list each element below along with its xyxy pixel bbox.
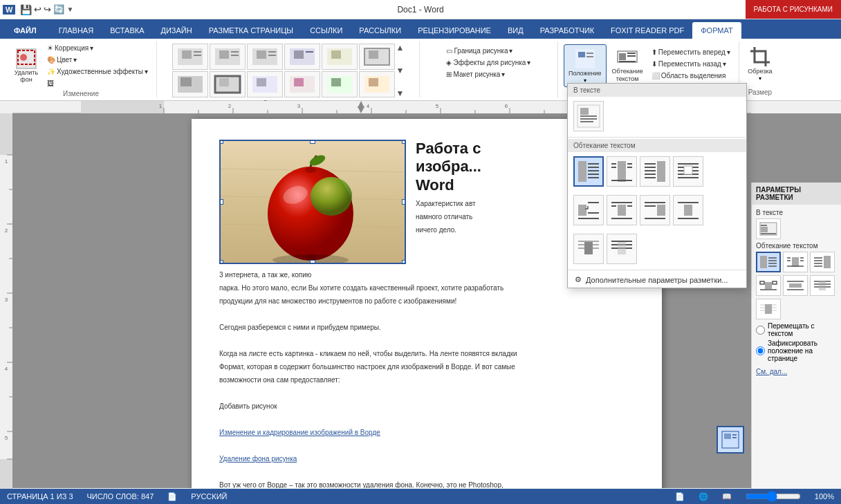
style-item-9[interactable]	[247, 71, 283, 97]
tab-file[interactable]: ФАЙЛ	[3, 22, 48, 39]
panel-wrap-square-right[interactable]	[810, 252, 835, 272]
dropdown-wrap-7[interactable]	[640, 195, 670, 225]
style-item-8[interactable]	[210, 71, 246, 97]
panel-wrap-top-bottom[interactable]	[783, 275, 808, 296]
panel-radio-fix-position[interactable]: Зафиксироватьположение настранице	[756, 339, 837, 362]
panel-wrap-infront[interactable]	[756, 299, 781, 319]
dropdown-wrap-1[interactable]	[573, 156, 604, 187]
dropdown-wrap-10[interactable]	[607, 234, 637, 264]
svg-rect-100	[724, 433, 731, 439]
style-item-5[interactable]	[322, 44, 358, 70]
panel-wrap-tight[interactable]	[756, 275, 781, 296]
dropdown-more-options[interactable]: ⚙ Дополнительные параметры разметки...	[568, 272, 746, 288]
doc-para-edit-link[interactable]: Изменение и кадрирование изображений в В…	[219, 427, 634, 438]
view-mode-web[interactable]: 🌐	[699, 492, 708, 501]
panel-wrap-square-left[interactable]	[756, 252, 781, 272]
svg-rect-31	[331, 78, 341, 86]
view-mode-read[interactable]: 📖	[722, 492, 732, 501]
tab-refs[interactable]: ССЫЛКИ	[302, 22, 351, 39]
ribbon-group-adjust: Удалитьфон ☀ Коррекция ▾ 🎨 Цвет ▾ ✨ Худо…	[6, 41, 157, 97]
tab-view[interactable]: ВИД	[499, 22, 532, 39]
correction-btn[interactable]: ☀ Коррекция ▾	[44, 43, 151, 53]
save-quick-btn[interactable]: 💾	[20, 4, 32, 15]
radio-fix-label: Зафиксироватьположение настранице	[768, 339, 817, 362]
svg-text:2: 2	[228, 103, 232, 109]
panel-wrap-behind[interactable]	[810, 275, 835, 296]
tab-home[interactable]: ГЛАВНАЯ	[50, 22, 102, 39]
radio-move-label: Перемещать стекстом	[768, 322, 814, 337]
styles-scroll-down[interactable]: ▼	[396, 66, 405, 75]
view-mode-print[interactable]: 📄	[675, 492, 685, 501]
tab-developer[interactable]: РАЗРАБОТЧИК	[532, 22, 602, 39]
effects-dropdown: ▾	[527, 59, 530, 66]
panel-wrap-square-center[interactable]	[783, 252, 808, 272]
undo-quick-btn[interactable]: ↩	[34, 4, 41, 15]
style-item-6[interactable]	[359, 44, 395, 70]
styles-more[interactable]: ▼	[396, 88, 405, 98]
more-options-icon: ⚙	[575, 275, 582, 284]
svg-rect-165	[578, 205, 586, 216]
tab-insert[interactable]: ВСТАВКА	[102, 22, 152, 39]
svg-rect-164	[684, 166, 692, 174]
color-btn[interactable]: 🎨 Цвет ▾	[44, 55, 151, 65]
tab-review[interactable]: РЕЦЕНЗИРОВАНИЕ	[409, 22, 499, 39]
adjust-extra-btn[interactable]: 🖼	[44, 78, 151, 88]
panel-inline-icon[interactable]	[756, 218, 781, 239]
customize-quick-btn[interactable]: ▼	[66, 6, 73, 13]
bring-forward-btn[interactable]: ⬆ Переместить вперед ▾	[649, 47, 733, 57]
dropdown-wrap-6[interactable]	[607, 195, 637, 225]
selection-pane-btn[interactable]: ⬜ Область выделения	[649, 71, 733, 81]
document-image[interactable]	[219, 140, 406, 264]
redo-quick-btn[interactable]: ↪	[44, 4, 51, 15]
svg-rect-169	[618, 205, 626, 216]
artistic-effects-btn[interactable]: ✨ Художественные эффекты ▾	[44, 66, 151, 77]
style-item-11[interactable]	[322, 71, 358, 97]
style-item-10[interactable]	[284, 71, 320, 97]
dropdown-wrap-3[interactable]	[640, 156, 670, 187]
style-item-1[interactable]	[172, 44, 208, 70]
dropdown-divider-2	[568, 270, 746, 270]
effects-btn[interactable]: ◈ Эффекты для рисунка ▾	[443, 57, 533, 68]
svg-rect-39	[619, 53, 626, 60]
dropdown-wrap-4[interactable]	[673, 156, 703, 187]
style-item-12[interactable]	[359, 71, 395, 97]
tab-format[interactable]: ФОРМАТ	[692, 22, 741, 39]
dropdown-inline-icon[interactable]	[573, 101, 604, 131]
style-item-2[interactable]	[210, 44, 246, 70]
style-item-3[interactable]	[247, 44, 283, 70]
remove-bg-label: Удалитьфон	[15, 70, 38, 84]
remove-background-btn[interactable]: Удалитьфон	[11, 46, 41, 85]
dropdown-wrap-5[interactable]	[573, 195, 604, 225]
styles-scroll-up[interactable]: ▲	[396, 43, 405, 53]
dropdown-wrap-9[interactable]	[573, 234, 604, 264]
doc-para-remove-link[interactable]: Удаление фона рисунка	[219, 454, 634, 464]
panel-see-more-link[interactable]: См. дал...	[756, 368, 837, 375]
tab-mailings[interactable]: РАССЫЛКИ	[351, 22, 409, 39]
zoom-slider[interactable]	[746, 491, 801, 502]
styles-grid	[172, 44, 395, 97]
doc-para-space5	[219, 440, 634, 451]
svg-text:4: 4	[367, 103, 370, 109]
zoom-level: 100%	[815, 492, 834, 501]
position-btn[interactable]: Положение ▾	[564, 44, 607, 87]
style-item-7[interactable]	[172, 71, 208, 97]
svg-rect-35	[578, 52, 585, 57]
svg-text:3: 3	[5, 297, 8, 303]
layout-btn[interactable]: ⊞ Макет рисунка ▾	[443, 69, 533, 80]
tab-design[interactable]: ДИЗАЙН	[152, 22, 200, 39]
word-count: ЧИСЛО СЛОВ: 847	[87, 492, 154, 501]
crop-btn[interactable]: Обрезка ▾	[745, 44, 775, 83]
send-back-btn[interactable]: ⬇ Переместить назад ▾	[649, 59, 733, 69]
tab-foxitpdf[interactable]: FOXIT READER PDF	[602, 22, 692, 39]
svg-rect-131	[819, 281, 826, 290]
repeat-quick-btn[interactable]: 🔄	[53, 4, 64, 15]
dropdown-wrap-2[interactable]	[607, 156, 637, 187]
dropdown-wrap-8[interactable]	[673, 195, 703, 225]
style-item-4[interactable]	[284, 44, 320, 70]
image-layout-icon[interactable]	[717, 426, 744, 454]
svg-rect-135	[765, 304, 772, 314]
panel-radio-move-with-text[interactable]: Перемещать стекстом	[756, 322, 837, 337]
tab-layout[interactable]: РАЗМЕТКА СТРАНИЦЫ	[201, 22, 302, 39]
svg-text:6: 6	[505, 103, 508, 109]
border-btn[interactable]: ▭ Граница рисунка ▾	[443, 46, 533, 56]
